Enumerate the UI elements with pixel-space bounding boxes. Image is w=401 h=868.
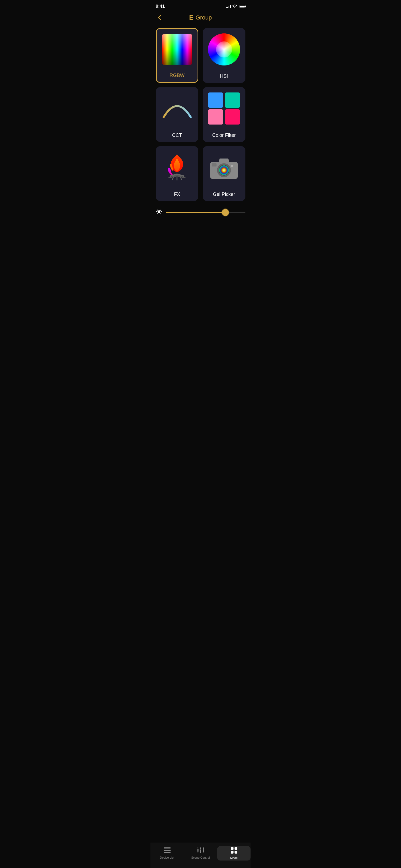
- hsi-label: HSI: [220, 71, 228, 83]
- sun-icon: [156, 209, 162, 216]
- cf-pink-cell: [208, 109, 223, 125]
- cf-hot-cell: [225, 109, 240, 125]
- cct-arc-icon: [161, 96, 193, 121]
- svg-line-20: [157, 210, 157, 210]
- svg-rect-14: [212, 163, 217, 166]
- brightness-row: [156, 206, 245, 220]
- fx-label: FX: [174, 189, 180, 201]
- svg-line-21: [160, 213, 161, 214]
- gelpicker-icon-area: [203, 146, 245, 189]
- svg-point-15: [158, 210, 160, 213]
- svg-line-22: [157, 213, 157, 214]
- header: E Group: [151, 11, 251, 25]
- status-time: 9:41: [156, 4, 165, 9]
- gelpicker-camera-icon: [208, 154, 240, 181]
- cct-icon-area: [156, 87, 198, 130]
- back-button[interactable]: [156, 14, 163, 21]
- color-filter-grid-icon: [208, 92, 240, 125]
- status-bar: 9:41: [151, 0, 251, 11]
- cct-label: CCT: [172, 130, 182, 142]
- colorfilter-label: Color Filter: [212, 130, 236, 142]
- brightness-fill: [166, 212, 226, 213]
- brightness-thumb[interactable]: [222, 209, 229, 216]
- title-letter: E: [189, 14, 193, 21]
- mode-card-cct[interactable]: CCT: [156, 87, 198, 142]
- rgbw-gradient-icon: [162, 34, 192, 65]
- hsi-wheel-icon: [208, 33, 240, 65]
- rgbw-icon-area: [157, 29, 198, 70]
- battery-icon: [239, 5, 245, 8]
- mode-card-rgbw[interactable]: RGBW: [156, 28, 198, 83]
- header-title: E Group: [189, 14, 212, 21]
- brightness-slider[interactable]: [166, 212, 245, 213]
- wifi-icon: [232, 4, 237, 9]
- rgbw-label: RGBW: [169, 70, 184, 82]
- svg-point-13: [231, 165, 234, 167]
- hsi-icon-area: [203, 28, 245, 71]
- svg-rect-0: [158, 17, 158, 18]
- cf-blue-cell: [208, 92, 223, 108]
- gelpicker-label: Gel Picker: [213, 189, 235, 201]
- cf-teal-cell: [225, 92, 240, 108]
- mode-card-colorfilter[interactable]: Color Filter: [203, 87, 245, 142]
- fx-flame-icon: [162, 152, 192, 184]
- mode-grid: RGBW HSI CCT: [156, 28, 245, 201]
- colorfilter-icon-area: [203, 87, 245, 130]
- signal-bars-icon: [226, 4, 231, 8]
- mode-card-fx[interactable]: FX: [156, 146, 198, 201]
- svg-point-12: [219, 165, 229, 175]
- mode-card-gelpicker[interactable]: Gel Picker: [203, 146, 245, 201]
- mode-card-hsi[interactable]: HSI: [203, 28, 245, 83]
- main-content: RGBW HSI CCT: [151, 25, 251, 223]
- status-icons: [226, 4, 245, 9]
- title-text: Group: [195, 14, 212, 21]
- svg-line-23: [160, 210, 161, 210]
- fx-icon-area: [156, 146, 198, 189]
